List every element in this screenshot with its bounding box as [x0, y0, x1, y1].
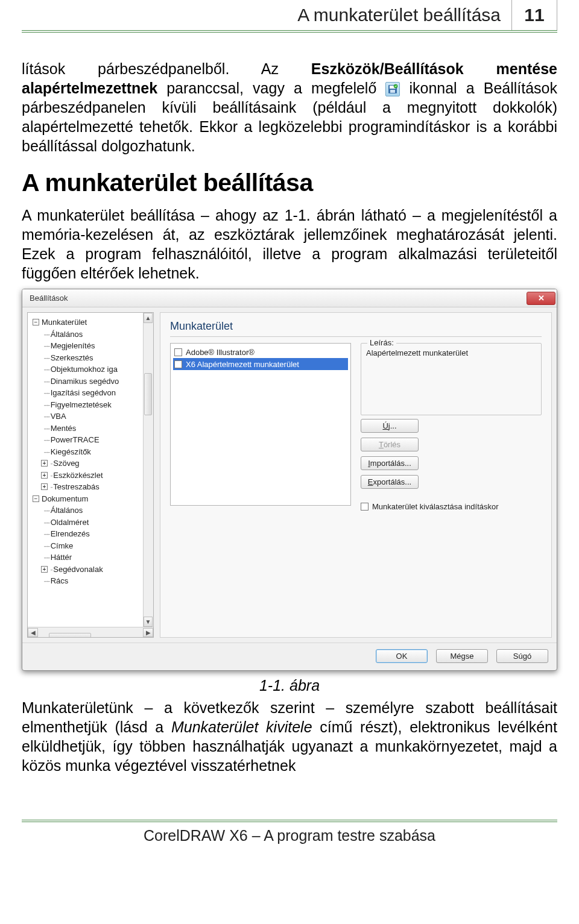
list-item-label: Adobe® Illustrator®	[186, 348, 255, 357]
dialog-title: Beállítások	[30, 294, 527, 303]
paragraph-1: lítások párbeszédpanelből. Az Eszközök/B…	[22, 59, 557, 156]
tree-item[interactable]: Igazítási segédvon	[51, 388, 116, 397]
paragraph-3: Munkaterületünk – a következők szerint –…	[22, 698, 557, 775]
new-button[interactable]: Új...	[361, 419, 419, 433]
tree-item[interactable]: Oldalméret	[51, 518, 89, 527]
tree-item[interactable]: Objektumokhoz iga	[51, 365, 118, 374]
scroll-right-icon[interactable]: ▶	[143, 628, 153, 637]
collapse-icon[interactable]: −	[33, 319, 39, 325]
divider	[170, 336, 542, 337]
expand-icon[interactable]: +	[41, 472, 48, 479]
page-header: A munkaterület beállítása 11	[22, 0, 557, 33]
collapse-icon[interactable]: −	[33, 495, 39, 502]
workspace-listbox[interactable]: Adobe® Illustrator® ✔ X6 Alapértelmezett…	[170, 343, 351, 506]
section-heading: A munkaterület beállítása	[22, 169, 557, 197]
tree-root-document[interactable]: Dokumentum	[42, 494, 88, 503]
startup-checkbox-label: Munkaterület kiválasztása indításkor	[372, 502, 499, 511]
scroll-thumb[interactable]	[49, 633, 91, 638]
checkbox-unchecked-icon[interactable]	[361, 503, 369, 511]
tree-item[interactable]: Dinamikus segédvo	[51, 377, 119, 386]
scroll-left-icon[interactable]: ◀	[28, 628, 38, 637]
save-icon	[385, 82, 400, 96]
paragraph-2: A munkaterület beállítása – ahogy az 1-1…	[22, 206, 557, 283]
tree-item[interactable]: Eszközkészlet	[53, 471, 103, 480]
tree-item[interactable]: Mentés	[51, 424, 77, 433]
header-title: A munkaterület beállítása	[22, 0, 511, 30]
scroll-down-icon[interactable]: ▼	[144, 617, 153, 627]
expand-icon[interactable]: +	[41, 460, 48, 467]
tree-item[interactable]: Rács	[51, 576, 69, 585]
settings-tree[interactable]: −Munkaterület ······Általános ······Megj…	[28, 313, 153, 591]
tree-item[interactable]: Háttér	[51, 553, 72, 562]
vertical-scrollbar[interactable]: ▲ ▼	[143, 313, 153, 627]
para3-italic: Munkaterület kivitele	[171, 718, 312, 735]
cancel-button[interactable]: Mégse	[436, 649, 488, 663]
help-button[interactable]: Súgó	[496, 649, 548, 663]
tree-item[interactable]: Szöveg	[53, 459, 79, 468]
tree-item[interactable]: Kiegészítők	[51, 447, 91, 456]
page-footer: CorelDRAW X6 – A program testre szabása	[22, 820, 557, 844]
para1-c: paranccsal, vagy a megfelelő	[157, 80, 385, 96]
checkbox-checked-icon[interactable]: ✔	[174, 360, 182, 368]
checkbox-unchecked-icon[interactable]	[174, 348, 182, 356]
para1-a: lítások párbeszédpanelből. Az	[22, 60, 311, 77]
tree-item[interactable]: VBA	[51, 412, 66, 421]
import-button[interactable]: Importálás...	[361, 456, 419, 470]
dialog-titlebar[interactable]: Beállítások ✕	[22, 289, 557, 307]
description-legend: Leírás:	[367, 338, 396, 347]
description-text: Alapértelmezett munkaterület	[366, 348, 536, 357]
footer-text: CorelDRAW X6 – A program testre szabása	[144, 827, 435, 844]
close-button[interactable]: ✕	[527, 292, 555, 305]
expand-icon[interactable]: +	[41, 566, 48, 573]
tree-item[interactable]: Megjelenítés	[51, 341, 95, 350]
horizontal-scrollbar[interactable]: ◀ ▶	[28, 627, 153, 637]
scroll-thumb[interactable]	[144, 373, 152, 415]
tree-item[interactable]: Segédvonalak	[53, 565, 103, 574]
figure-caption: 1-1. ábra	[22, 677, 557, 694]
tree-item[interactable]: Elrendezés	[51, 529, 90, 538]
export-button[interactable]: Exportálás...	[361, 475, 419, 489]
svg-rect-2	[390, 90, 395, 93]
dialog-body: −Munkaterület ······Általános ······Megj…	[22, 307, 557, 643]
description-fieldset: Leírás: Alapértelmezett munkaterület	[361, 343, 542, 415]
tree-item[interactable]: PowerTRACE	[51, 435, 100, 444]
tree-root-workspace[interactable]: Munkaterület	[42, 318, 87, 327]
tree-item[interactable]: Testreszabás	[53, 482, 100, 491]
expand-icon[interactable]: +	[41, 483, 48, 490]
tree-item[interactable]: Figyelmeztetések	[51, 400, 112, 409]
startup-checkbox-row[interactable]: Munkaterület kiválasztása indításkor	[361, 502, 542, 511]
settings-right-pane: Munkaterület Adobe® Illustrator® ✔ X6 Al…	[160, 312, 552, 638]
scroll-up-icon[interactable]: ▲	[144, 313, 153, 323]
settings-dialog: Beállítások ✕ −Munkaterület ······Általá…	[22, 289, 557, 671]
tree-item[interactable]: Szerkesztés	[51, 353, 93, 362]
ok-button[interactable]: OK	[376, 649, 428, 663]
tree-item[interactable]: Címke	[51, 541, 74, 550]
list-item[interactable]: Adobe® Illustrator®	[173, 346, 348, 358]
dialog-footer: OK Mégse Súgó	[22, 643, 557, 670]
page-number: 11	[511, 0, 557, 30]
tree-pane: −Munkaterület ······Általános ······Megj…	[27, 312, 154, 638]
list-item-label: X6 Alapértelmezett munkaterület	[186, 360, 299, 369]
tree-item[interactable]: Általános	[51, 506, 83, 515]
delete-button: Törlés	[361, 438, 419, 451]
list-item[interactable]: ✔ X6 Alapértelmezett munkaterület	[173, 358, 348, 370]
pane-title: Munkaterület	[170, 320, 542, 333]
close-icon: ✕	[538, 294, 545, 303]
tree-item[interactable]: Általános	[51, 330, 83, 339]
